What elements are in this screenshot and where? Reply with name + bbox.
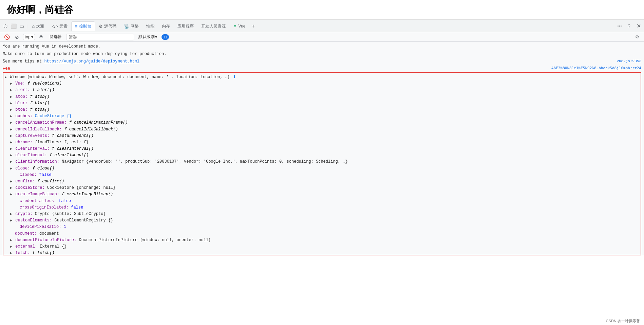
network-icon: 📡 — [124, 24, 129, 29]
expand-window-icon[interactable]: ▶ — [5, 75, 7, 80]
selector-label: 筛选器 — [50, 34, 62, 40]
prop-clearInterval[interactable]: ▶ clearInterval: f clearInterval() — [10, 146, 639, 152]
tab-elements[interactable]: </> 元素 — [48, 21, 71, 31]
expand-blur-icon[interactable]: ▶ — [10, 101, 12, 106]
expand-dpp-icon[interactable]: ▶ — [10, 238, 12, 243]
eye-btn[interactable]: 👁 — [37, 33, 45, 41]
prop-close[interactable]: ▶ close: f close() — [10, 165, 639, 172]
prop-cancelIdleCallback[interactable]: ▶ cancelIdleCallback: f cancelIdleCallba… — [10, 126, 639, 133]
window-info-icon: ℹ — [234, 75, 235, 79]
prop-docPictureInPicture[interactable]: ▶ documentPictureInPicture: DocumentPict… — [10, 237, 639, 243]
chevron-down-icon2: ▾ — [155, 35, 157, 39]
prop-fetch[interactable]: ▶ fetch: f fetch() — [10, 250, 639, 255]
filter-toggle-btn[interactable]: ⊘ — [13, 33, 21, 41]
console-settings-btn[interactable]: ⚙ — [633, 33, 641, 41]
expand-btoa-icon[interactable]: ▶ — [10, 107, 12, 113]
prop-atob[interactable]: ▶ atob: f atob() — [10, 94, 639, 100]
prop-external[interactable]: ▶ external: External {} — [10, 243, 639, 250]
expand-cib-icon[interactable]: ▶ — [10, 192, 12, 197]
console-message-1: You are running Vue in development mode. — [3, 43, 641, 50]
devtools-dock-btn[interactable]: ⬡ — [1, 22, 10, 30]
expand-ct-icon[interactable]: ▶ — [10, 153, 12, 158]
devtools-device-btn[interactable]: ▭ — [18, 22, 26, 30]
expand-caches-icon[interactable]: ▶ — [10, 114, 12, 119]
prop-vue[interactable]: ▶ Vue: f Vue(options) — [10, 80, 639, 87]
message-count-badge: 11 — [162, 34, 169, 40]
tab-welcome[interactable]: ⌂ 欢迎 — [28, 21, 48, 31]
prop-devicePixelRatio: devicePixelRatio: 1 — [20, 224, 639, 230]
expand-clientinfo-icon[interactable]: ▶ — [10, 159, 12, 165]
prop-caches[interactable]: ▶ caches: CacheStorage {} — [10, 113, 639, 120]
prop-closed: closed: false — [20, 172, 639, 178]
expand-alert-icon[interactable]: ▶ — [10, 88, 12, 93]
devtools-toolbar2: 🚫 ⊘ top ▾ 👁 筛选器 默认级别 ▾ 11 ⚙ — [0, 32, 644, 42]
expand-external-icon[interactable]: ▶ — [10, 244, 12, 250]
expand-vue-icon[interactable]: ▶ — [10, 81, 12, 87]
devtools-tabs: ⬡ ⬜ ▭ | ⌂ 欢迎 </> 元素 ≡ 控制台 ⚙ 源代码 📡 — [0, 20, 644, 32]
prop-cancelAnimationFrame[interactable]: ▶ cancelAnimationFrame: f cancelAnimatio… — [10, 120, 639, 126]
prop-chrome[interactable]: ▶ chrome: {loadTimes: f, csi: f} — [10, 139, 639, 146]
prop-credentialless: credentialless: false — [20, 198, 639, 204]
expand-cookie-icon[interactable]: ▶ — [10, 185, 12, 191]
prop-captureEvents[interactable]: ▶ captureEvents: f captureEvents() — [10, 133, 639, 139]
vuejs-deployment-link[interactable]: https://vuejs.org/guide/deployment.html — [44, 59, 139, 64]
prop-crypto[interactable]: ▶ crypto: Crypto {subtle: SubtleCrypto} — [10, 211, 639, 217]
more-options-btn[interactable]: ··· — [615, 22, 624, 30]
log-level-btn[interactable]: 默认级别 ▾ — [136, 33, 159, 41]
expand-custelem-icon[interactable]: ▶ — [10, 218, 12, 223]
tab-devresources[interactable]: 开发人员资源 — [197, 21, 229, 31]
tab-console[interactable]: ≡ 控制台 — [71, 21, 95, 31]
prop-btoa[interactable]: ▶ btoa: f btoa() — [10, 107, 639, 113]
clear-console-btn[interactable]: 🚫 — [3, 33, 11, 41]
prop-confirm[interactable]: ▶ confirm: f confirm() — [10, 178, 639, 185]
prop-blur[interactable]: ▶ blur: f blur() — [10, 100, 639, 107]
console-source-1[interactable]: vue.js:9353 — [617, 58, 641, 64]
window-properties: ▶ Vue: f Vue(options) ▶ alert: f alert()… — [10, 80, 639, 255]
expand-confirm-icon[interactable]: ▶ — [10, 179, 12, 184]
devtools-inspect-btn[interactable]: ⬜ — [10, 22, 18, 30]
tab-application[interactable]: 应用程序 — [174, 21, 197, 31]
expand-caf-icon[interactable]: ▶ — [10, 120, 12, 126]
sources-icon: ⚙ — [99, 24, 103, 29]
prop-customElements[interactable]: ▶ customElements: CustomElementRegistry … — [10, 217, 639, 224]
prop-alert[interactable]: ▶ alert: f alert() — [10, 87, 639, 93]
level-label: 默认级别 — [138, 34, 155, 40]
tab-performance[interactable]: 性能 — [143, 21, 158, 31]
prop-document: document: document — [10, 231, 639, 237]
expand-atob-icon[interactable]: ▶ — [10, 94, 12, 100]
help-btn[interactable]: ? — [625, 22, 633, 30]
prop-crossOriginIsolated: crossOriginIsolated: false — [20, 204, 639, 211]
prop-clientInfo[interactable]: ▶ clientInformation: Navigator {vendorSu… — [10, 159, 639, 165]
close-devtools-btn[interactable]: ✕ — [634, 22, 643, 30]
inspect-source-link[interactable]: 4%E3%80%81e1%E5%92%8…bhock5d8j10mnbrrr24 — [551, 66, 641, 70]
add-tab-btn[interactable]: + — [249, 22, 257, 30]
tab-vue[interactable]: ▼ Vue — [229, 21, 249, 31]
expand-ci-icon[interactable]: ▶ — [10, 146, 12, 152]
expand-fetch-icon[interactable]: ▶ — [10, 251, 12, 255]
prop-clearTimeout[interactable]: ▶ clearTimeout: f clearTimeout() — [10, 152, 639, 159]
expand-ce-icon[interactable]: ▶ — [10, 133, 12, 139]
prop-cookieStore[interactable]: ▶ cookieStore: CookieStore {onchange: nu… — [10, 185, 639, 191]
expand-close-icon[interactable]: ▶ — [10, 166, 12, 171]
log-filter-input[interactable] — [66, 34, 134, 40]
page-title: 你好啊，尚硅谷 — [7, 3, 637, 16]
context-selector[interactable]: top ▾ — [23, 34, 35, 40]
vue-icon: ▼ — [233, 24, 237, 29]
tab-sources[interactable]: ⚙ 源代码 — [95, 21, 120, 31]
expand-chrome-icon[interactable]: ▶ — [10, 140, 12, 145]
page-header: 你好啊，尚硅谷 — [0, 0, 644, 19]
console-message-2: Make sure to turn on production mode whe… — [3, 50, 641, 58]
prop-createImageBitmap[interactable]: ▶ createImageBitmap: f createImageBitmap… — [10, 191, 639, 198]
devtools-tabs-right: ··· ? ✕ — [615, 22, 643, 30]
devtools-frame: ⬡ ⬜ ▭ | ⌂ 欢迎 </> 元素 ≡ 控制台 ⚙ 源代码 📡 — [0, 19, 644, 255]
object-inspector: ▶ Window {window: Window, self: Window, … — [3, 72, 641, 255]
tab-memory[interactable]: 内存 — [158, 21, 174, 31]
expand-crypto-icon[interactable]: ▶ — [10, 212, 12, 217]
console-info-area: You are running Vue in development mode.… — [0, 42, 644, 66]
window-obj-header[interactable]: ▶ Window {window: Window, self: Window, … — [5, 74, 639, 80]
filter-selector-btn[interactable]: 筛选器 — [47, 33, 64, 41]
console-message-3: See more tips at https://vuejs.org/guide… — [3, 58, 641, 65]
chevron-down-icon: ▾ — [31, 35, 33, 39]
tab-network[interactable]: 📡 网络 — [120, 21, 143, 31]
expand-cic-icon[interactable]: ▶ — [10, 127, 12, 132]
